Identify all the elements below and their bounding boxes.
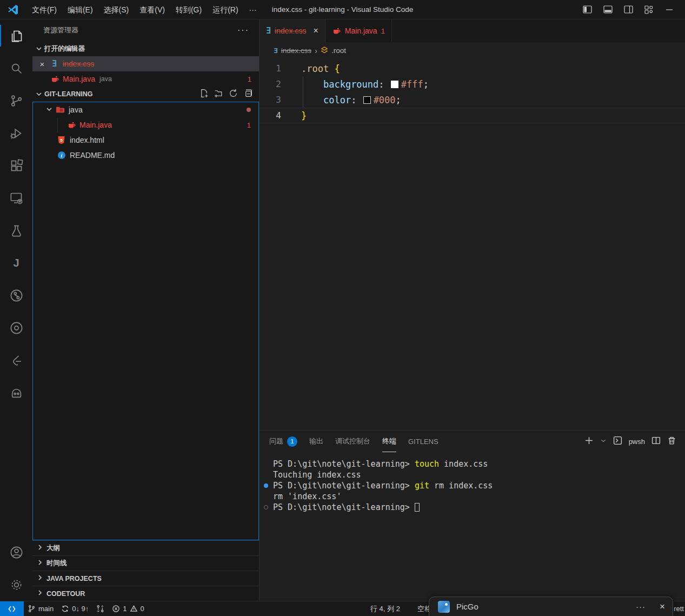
tab-output[interactable]: 输出 (309, 430, 323, 452)
menu-file[interactable]: 文件(F) (26, 3, 62, 17)
java-file-icon (332, 27, 341, 36)
project-root-header[interactable]: GIT-LEARNING (32, 87, 259, 102)
chevron-right-icon (36, 573, 44, 584)
search-icon[interactable] (0, 52, 32, 84)
new-file-icon[interactable] (199, 89, 209, 100)
testing-icon[interactable] (0, 214, 32, 247)
tab-bar: Ǝ index.css × Main.java 1 (260, 19, 685, 42)
title-bar: 文件(F) 编辑(E) 选择(S) 查看(V) 转到(G) 运行(R) ··· … (0, 0, 685, 19)
section-java-projects[interactable]: JAVA PROJECTS (32, 571, 259, 586)
tab-debug-console[interactable]: 调试控制台 (335, 430, 370, 452)
new-terminal-icon[interactable] (584, 436, 594, 447)
toggle-secondary-sidebar-icon[interactable] (620, 3, 636, 17)
menu-more[interactable]: ··· (244, 3, 262, 17)
indent-guide (57, 117, 58, 133)
color-swatch[interactable] (391, 81, 398, 88)
open-editor-main-java[interactable]: Main.java java 1 (32, 71, 259, 87)
tree-file-index-html[interactable]: 5 index.html (33, 133, 258, 148)
notification-toast[interactable]: PicGo ··· × (429, 597, 673, 616)
tree-folder-java[interactable]: java (33, 102, 258, 117)
code-token: .root (301, 63, 334, 74)
menu-run[interactable]: 运行(R) (207, 3, 243, 17)
color-swatch[interactable] (363, 96, 371, 104)
terminal-token: PS D:\git\note\git-learning> (273, 481, 415, 491)
run-debug-icon[interactable] (0, 117, 32, 149)
git-compare-item[interactable] (92, 601, 108, 616)
explorer-icon[interactable] (0, 19, 32, 52)
codetour-record-icon[interactable] (0, 312, 32, 344)
sync-changes-item[interactable]: 0↓ 9↑ (57, 601, 92, 616)
tab-main-java[interactable]: Main.java 1 (325, 19, 392, 42)
new-folder-icon[interactable] (214, 89, 223, 100)
svg-text:5: 5 (60, 138, 63, 143)
remote-explorer-icon[interactable] (0, 182, 32, 214)
toggle-sidebar-icon[interactable] (579, 3, 595, 17)
problem-badge: 1 (248, 75, 251, 83)
problem-badge: 1 (381, 27, 385, 35)
problem-badge: 1 (247, 121, 251, 129)
close-icon[interactable]: × (37, 59, 48, 69)
menu-selection[interactable]: 选择(S) (98, 3, 135, 17)
chevron-down-icon (45, 105, 54, 115)
notification-more-icon[interactable]: ··· (636, 602, 646, 611)
command-decoration-hollow[interactable] (264, 505, 268, 509)
collapse-all-icon[interactable] (243, 89, 252, 100)
menu-edit[interactable]: 编辑(E) (62, 3, 98, 17)
powershell-icon[interactable] (613, 436, 622, 447)
notification-close-icon[interactable]: × (660, 601, 665, 612)
source-control-icon[interactable] (0, 84, 32, 117)
terminal-token: rm 'index.css' (273, 492, 341, 501)
java-file-icon (66, 121, 76, 130)
problems-item[interactable]: 1 0 (108, 601, 148, 616)
code-editor[interactable]: 1.root {2 background: #fff;3 color: #000… (260, 58, 685, 430)
git-branch-item[interactable]: main (24, 601, 57, 616)
open-editors-header[interactable]: 打开的编辑器 (32, 41, 259, 56)
breadcrumb-symbol[interactable]: .root (331, 47, 346, 55)
terminal-output[interactable]: PS D:\git\note\git-learning> touch index… (260, 452, 685, 513)
tab-gitlens[interactable]: GITLENS (408, 430, 438, 452)
section-timeline[interactable]: 时间线 (32, 555, 259, 571)
tree-file-main-java[interactable]: Main.java 1 (33, 117, 258, 133)
account-icon[interactable] (0, 536, 32, 568)
modified-dot (247, 108, 251, 112)
kill-terminal-trash-icon[interactable] (667, 436, 676, 447)
vscode-window: 文件(F) 编辑(E) 选择(S) 查看(V) 转到(G) 运行(R) ··· … (0, 0, 685, 616)
terminal-dropdown-icon[interactable] (600, 436, 607, 446)
menu-go[interactable]: 转到(G) (170, 3, 207, 17)
tab-problems[interactable]: 问题 1 (269, 430, 297, 452)
extensions-icon[interactable] (0, 149, 32, 182)
leetcode-icon[interactable] (0, 344, 32, 376)
branch-icon (28, 605, 36, 613)
tree-file-readme[interactable]: i README.md (33, 148, 258, 163)
customize-layout-icon[interactable] (641, 3, 657, 17)
gitlens-icon[interactable] (0, 279, 32, 312)
shell-label[interactable]: pwsh (629, 438, 645, 446)
java-projects-icon[interactable]: J (0, 247, 32, 279)
code-token: color (323, 95, 351, 105)
prettier-item-fragment[interactable]: rett (674, 601, 684, 616)
tab-terminal[interactable]: 终端 (382, 430, 396, 452)
section-codetour[interactable]: CODETOUR (32, 586, 259, 601)
cursor-position-item[interactable]: 行 4, 列 2 (370, 601, 400, 616)
open-editor-index-css[interactable]: × Ǝ index.css (32, 56, 259, 71)
command-decoration-filled[interactable] (264, 483, 268, 488)
close-icon[interactable]: × (313, 26, 318, 36)
sidebar-more-actions-icon[interactable]: ··· (234, 24, 252, 36)
terminal-line: rm 'index.css' (273, 491, 685, 502)
compare-icon (96, 605, 104, 613)
robot-plugin-icon[interactable] (0, 376, 32, 409)
refresh-icon[interactable] (229, 89, 238, 100)
menu-view[interactable]: 查看(V) (134, 3, 170, 17)
code-line: 1.root { (260, 61, 685, 76)
remote-indicator[interactable] (0, 601, 24, 616)
terminal-token: PS D:\git\note\git-learning> (273, 459, 415, 469)
section-outline[interactable]: 大纲 (32, 540, 259, 555)
problems-count-badge: 1 (287, 436, 297, 447)
breadcrumb: Ǝ index.css › .root (260, 42, 685, 58)
breadcrumb-file[interactable]: index.css (281, 47, 311, 55)
tab-index-css[interactable]: Ǝ index.css × (260, 19, 325, 42)
split-terminal-icon[interactable] (651, 436, 661, 447)
minimize-button[interactable] (661, 3, 677, 17)
settings-gear-icon[interactable] (0, 568, 32, 601)
toggle-panel-icon[interactable] (600, 3, 616, 17)
